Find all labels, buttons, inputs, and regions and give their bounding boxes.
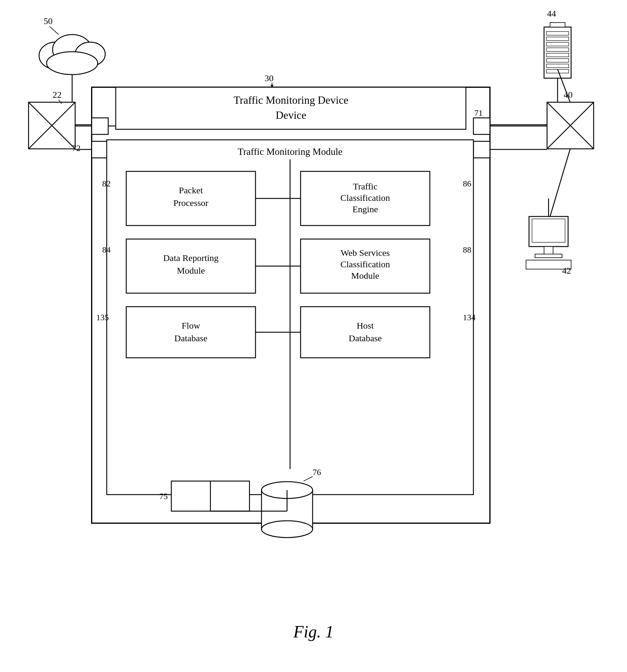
svg-rect-27	[535, 254, 562, 258]
connector-left-top	[92, 118, 108, 135]
ref-82-label: 82	[102, 179, 111, 188]
ref-71-label: 71	[474, 108, 483, 118]
connector-left-bot	[92, 141, 108, 158]
router-left-icon	[28, 102, 75, 149]
ref-40-label: 40	[563, 90, 573, 99]
workstation-icon	[526, 198, 571, 269]
data-reporting-label2: Module	[177, 265, 205, 275]
svg-rect-15	[550, 23, 565, 27]
traffic-classification-label3: Engine	[353, 204, 378, 214]
traffic-classification-label2: Classification	[341, 193, 390, 203]
svg-line-5	[50, 26, 58, 34]
module-title: Traffic Monitoring Module	[238, 146, 342, 157]
ref-42-label: 42	[562, 265, 571, 275]
ref-88-label: 88	[463, 245, 471, 255]
traffic-monitoring-device-label2: Device	[275, 109, 306, 121]
ref-135-label: 135	[96, 313, 109, 322]
flow-database-box	[126, 307, 256, 358]
connector-right-bot	[474, 141, 490, 158]
fig-label: Fig. 1	[293, 622, 334, 641]
svg-rect-25	[532, 219, 565, 242]
flow-database-label1: Flow	[182, 320, 200, 331]
ref-50-label: 50	[44, 16, 53, 26]
router-right-icon	[547, 102, 594, 149]
traffic-monitoring-device-label: Traffic Monitoring Device	[234, 94, 348, 106]
svg-line-33	[550, 149, 570, 216]
ref-76-label: 76	[313, 467, 321, 477]
svg-point-46	[262, 521, 313, 537]
ref-44-label: 44	[547, 8, 556, 18]
ref-75-label: 75	[159, 491, 168, 501]
host-database-label1: Host	[357, 320, 374, 331]
host-database-label2: Database	[349, 333, 382, 343]
svg-rect-26	[544, 246, 553, 254]
web-services-label2: Classification	[341, 259, 390, 269]
ref-134-label: 134	[463, 313, 476, 322]
packet-processor-label2: Processor	[173, 198, 209, 208]
svg-rect-6	[544, 27, 571, 78]
connector-right-top	[474, 118, 490, 135]
traffic-monitoring-device-box	[116, 87, 466, 129]
ref-86-label: 86	[463, 179, 471, 188]
traffic-classification-label1: Traffic	[353, 181, 378, 191]
host-database-box	[300, 307, 430, 358]
svg-point-3	[47, 52, 98, 75]
flow-database-label2: Database	[174, 333, 208, 343]
ref-84-label: 84	[102, 245, 111, 255]
ref-22-label: 22	[53, 90, 62, 99]
data-reporting-label1: Data Reporting	[163, 253, 218, 263]
ref-72-label: 72	[72, 143, 80, 153]
packet-processor-label: Packet	[179, 185, 203, 195]
web-services-label1: Web Services	[341, 248, 389, 258]
web-services-label3: Module	[351, 271, 379, 281]
ref-30-label: 30	[265, 73, 273, 83]
